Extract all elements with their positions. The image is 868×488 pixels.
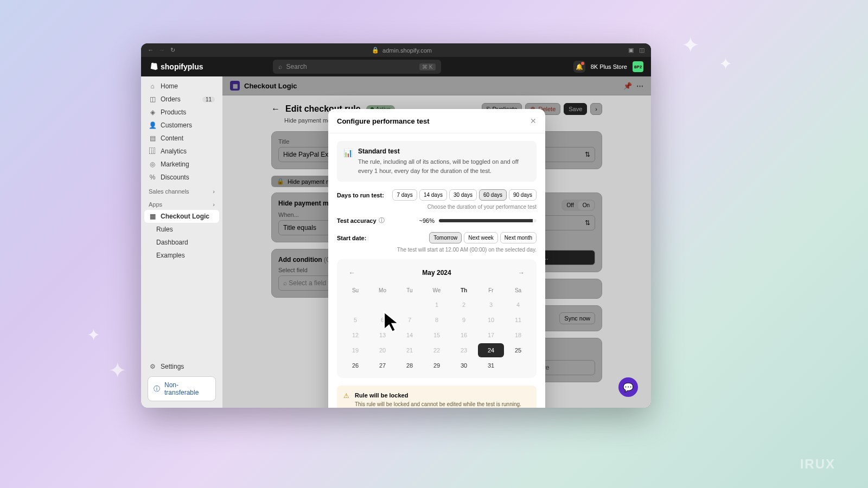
days-option[interactable]: 60 days: [479, 189, 507, 201]
cal-day[interactable]: 15: [424, 328, 450, 342]
info-icon: ⓘ: [154, 384, 160, 394]
cal-day[interactable]: 30: [451, 358, 477, 373]
cal-dow: Th: [451, 284, 477, 297]
cal-day[interactable]: 17: [478, 328, 504, 342]
sidebar: ⌂Home◫Orders11◈Products👤Customers▤Conten…: [141, 76, 222, 408]
cal-dow: Sa: [505, 284, 531, 297]
cal-day[interactable]: 8: [424, 313, 450, 327]
cal-day: [369, 298, 395, 312]
cal-day[interactable]: 3: [478, 298, 504, 312]
sidebar-item-customers[interactable]: 👤Customers: [144, 119, 219, 132]
nav-icon: ⿲: [149, 147, 156, 155]
store-avatar[interactable]: 8P2: [633, 61, 643, 72]
cal-day[interactable]: 12: [342, 328, 368, 342]
sidebar-item-orders[interactable]: ◫Orders11: [144, 93, 219, 106]
cal-day[interactable]: 5: [342, 313, 368, 327]
cal-day[interactable]: 27: [369, 358, 395, 373]
close-icon[interactable]: ✕: [530, 117, 537, 125]
nav-icon: ◎: [149, 160, 156, 168]
sidebar-item-analytics[interactable]: ⿲Analytics: [144, 145, 219, 158]
cal-day[interactable]: 11: [505, 313, 531, 327]
cal-day[interactable]: 20: [369, 343, 395, 357]
cal-next-icon[interactable]: →: [516, 267, 527, 279]
cal-day[interactable]: 6: [369, 313, 395, 327]
chat-fab[interactable]: 💬: [618, 377, 638, 397]
cal-dow: Su: [342, 284, 368, 297]
cal-day[interactable]: 13: [369, 328, 395, 342]
help-icon[interactable]: ⓘ: [379, 216, 385, 224]
sidebar-item-products[interactable]: ◈Products: [144, 106, 219, 119]
cal-dow: We: [424, 284, 450, 297]
app-topbar: shopifyplus ⌕Search ⌘ K 🔔 8K Plus Store …: [141, 57, 651, 76]
shopify-logo[interactable]: shopifyplus: [149, 62, 203, 72]
cal-day[interactable]: 31: [478, 358, 504, 373]
cal-day[interactable]: 9: [451, 313, 477, 327]
modal-title: Configure performance test: [337, 117, 429, 125]
cal-day[interactable]: 24: [478, 343, 504, 357]
cal-day[interactable]: 4: [505, 298, 531, 312]
sidebar-item-marketing[interactable]: ◎Marketing: [144, 158, 219, 171]
sidebar-item-content[interactable]: ▤Content: [144, 132, 219, 145]
nav-icon: ▤: [149, 134, 156, 142]
cal-day[interactable]: 1: [424, 298, 450, 312]
sidebar-sub-dashboard[interactable]: Dashboard: [144, 236, 219, 249]
days-option[interactable]: 30 days: [449, 189, 477, 201]
cal-day[interactable]: 14: [397, 328, 423, 342]
cal-day[interactable]: 18: [505, 328, 531, 342]
start-option[interactable]: Tomorrow: [429, 232, 462, 243]
days-label: Days to run test:: [337, 192, 384, 198]
cal-day[interactable]: 16: [451, 328, 477, 342]
accuracy-value: ~96%: [419, 217, 435, 224]
chevron-right-icon: ›: [213, 188, 215, 195]
start-option[interactable]: Next week: [464, 232, 498, 243]
start-help: The test will start at 12.00 AM (00:00) …: [337, 247, 537, 253]
sidebar-item-discounts[interactable]: %Discounts: [144, 171, 219, 184]
sidebar-settings[interactable]: ⚙Settings: [144, 360, 219, 373]
accuracy-bar: [439, 219, 537, 222]
sidebar-sub-rules[interactable]: Rules: [144, 223, 219, 236]
lock-icon: 🔒: [372, 47, 379, 54]
days-option[interactable]: 7 days: [392, 189, 417, 201]
cal-day[interactable]: 2: [451, 298, 477, 312]
gear-icon: ⚙: [149, 363, 156, 370]
cal-day[interactable]: 28: [397, 358, 423, 373]
apps-header[interactable]: Apps: [149, 201, 162, 208]
cal-day[interactable]: 23: [451, 343, 477, 357]
days-help: Choose the duration of your performance …: [337, 204, 537, 210]
nav-back-icon[interactable]: ←: [148, 47, 154, 54]
cal-day[interactable]: 19: [342, 343, 368, 357]
cal-day[interactable]: 29: [424, 358, 450, 373]
non-transferable-notice[interactable]: ⓘNon-transferable: [148, 376, 216, 401]
cal-day[interactable]: 7: [397, 313, 423, 327]
start-options: TomorrowNext weekNext month: [429, 232, 537, 243]
nav-icon: ⌂: [149, 82, 156, 90]
nav-reload-icon[interactable]: ↻: [170, 47, 175, 54]
days-option[interactable]: 14 days: [419, 189, 447, 201]
days-options: 7 days14 days30 days60 days90 days: [392, 189, 537, 201]
cal-day[interactable]: 22: [424, 343, 450, 357]
watermark: IRUX: [800, 457, 835, 472]
reader-icon[interactable]: ▣: [628, 47, 634, 54]
sales-channels-header[interactable]: Sales channels: [149, 188, 189, 195]
configure-test-modal: Configure performance test ✕ 📊 Standard …: [328, 109, 545, 408]
nav-forward-icon[interactable]: →: [159, 47, 165, 54]
tabs-icon[interactable]: ◫: [639, 47, 644, 54]
cal-day[interactable]: 10: [478, 313, 504, 327]
start-option[interactable]: Next month: [500, 232, 537, 243]
store-name[interactable]: 8K Plus Store: [591, 63, 627, 70]
sidebar-app-checkout-logic[interactable]: ▦Checkout Logic: [144, 210, 219, 223]
cal-day[interactable]: 25: [505, 343, 531, 357]
chevron-right-icon: ›: [213, 201, 215, 208]
cal-prev-icon[interactable]: ←: [347, 267, 358, 279]
sidebar-sub-examples[interactable]: Examples: [144, 249, 219, 262]
warning-icon: ⚠: [343, 392, 349, 408]
count-badge: 11: [202, 97, 215, 102]
cal-day[interactable]: 26: [342, 358, 368, 373]
sidebar-item-home[interactable]: ⌂Home: [144, 80, 219, 93]
notifications-button[interactable]: 🔔: [573, 61, 585, 73]
standard-test-info: 📊 Standard test The rule, including all …: [337, 141, 537, 182]
cal-day: [505, 358, 531, 373]
days-option[interactable]: 90 days: [509, 189, 537, 201]
global-search[interactable]: ⌕Search ⌘ K: [273, 60, 441, 74]
cal-day[interactable]: 21: [397, 343, 423, 357]
